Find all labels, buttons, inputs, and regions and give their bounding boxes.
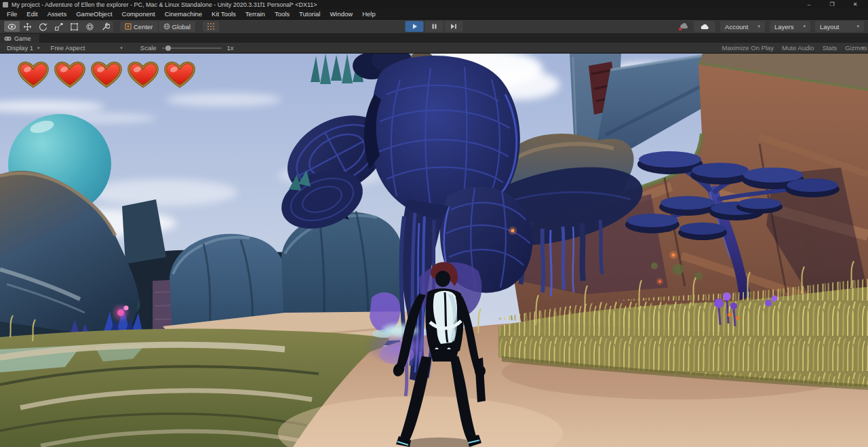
play-icon bbox=[411, 23, 418, 30]
game-scene bbox=[0, 54, 868, 447]
menu-kit-tools[interactable]: Kit Tools bbox=[207, 10, 241, 18]
layout-label: Layout bbox=[820, 23, 840, 31]
menu-terrain[interactable]: Terrain bbox=[241, 10, 270, 18]
health-hearts bbox=[18, 61, 195, 88]
layers-dropdown[interactable]: Layers bbox=[770, 21, 810, 32]
gv-maximize-on-play[interactable]: Maximize On Play bbox=[722, 44, 774, 52]
toolbar-right: Account Layers Layout bbox=[678, 21, 864, 32]
transform-tool-icon bbox=[85, 22, 94, 31]
menu-bar: FileEditAssetsGameObjectComponentCinemac… bbox=[0, 9, 868, 20]
tab-game-label: Game bbox=[14, 35, 31, 42]
version-control-icon[interactable] bbox=[678, 22, 689, 31]
scale-control: Scale 1x bbox=[140, 44, 234, 52]
menu-window[interactable]: Window bbox=[325, 10, 357, 18]
wrench-icon bbox=[101, 22, 110, 31]
custom-tools-button[interactable] bbox=[98, 21, 113, 32]
scale-value: 1x bbox=[227, 44, 234, 52]
account-dropdown[interactable]: Account bbox=[720, 21, 765, 32]
step-icon bbox=[450, 23, 458, 30]
menu-assets[interactable]: Assets bbox=[43, 10, 72, 18]
menu-component[interactable]: Component bbox=[117, 10, 160, 18]
character-head bbox=[435, 271, 450, 287]
menu-edit[interactable]: Edit bbox=[22, 10, 42, 18]
game-view-controls: Display 1 Free Aspect Scale 1x Maximize … bbox=[0, 43, 868, 54]
game-viewport[interactable] bbox=[0, 54, 868, 447]
heart-icon bbox=[164, 61, 195, 88]
step-button[interactable] bbox=[445, 21, 463, 32]
pause-button[interactable] bbox=[425, 21, 443, 32]
transform-tools bbox=[4, 21, 113, 32]
cloud-services-button[interactable] bbox=[694, 21, 715, 32]
view-tool-button[interactable] bbox=[4, 21, 20, 32]
gv-stats[interactable]: Stats bbox=[823, 44, 837, 52]
main-toolbar: Center Global bbox=[0, 20, 868, 34]
aspect-select[interactable]: Free Aspect bbox=[48, 44, 125, 52]
play-button[interactable] bbox=[406, 21, 424, 32]
pause-icon bbox=[431, 23, 437, 30]
view-tab-bar: Game bbox=[0, 34, 868, 43]
minimize-button[interactable]: – bbox=[797, 0, 821, 9]
transform-tool-button[interactable] bbox=[82, 21, 98, 32]
heart-icon bbox=[54, 61, 85, 88]
scale-slider-thumb[interactable] bbox=[165, 45, 171, 51]
playback-controls bbox=[406, 21, 463, 32]
menu-tutorial[interactable]: Tutorial bbox=[294, 10, 325, 18]
grid-snap-button[interactable] bbox=[203, 21, 219, 32]
tab-game[interactable]: Game bbox=[0, 34, 39, 43]
rect-tool-icon bbox=[70, 22, 79, 31]
layers-label: Layers bbox=[774, 23, 794, 31]
menu-cinemachine[interactable]: Cinemachine bbox=[160, 10, 207, 18]
cloud-icon bbox=[700, 23, 710, 30]
pivot-controls: Center Global bbox=[120, 21, 196, 32]
unity-editor-window: My project - Adventure of Ellen the expl… bbox=[0, 0, 868, 447]
display-value: Display 1 bbox=[7, 44, 33, 52]
window-controls: – ❐ ✕ bbox=[797, 0, 867, 9]
heart-icon bbox=[127, 61, 159, 88]
globe-icon bbox=[163, 23, 170, 30]
scale-slider[interactable] bbox=[162, 47, 222, 49]
display-select[interactable]: Display 1 bbox=[4, 44, 43, 52]
grid-snap-icon bbox=[207, 22, 215, 31]
pivot-icon bbox=[125, 23, 132, 30]
orientation-mode-button[interactable]: Global bbox=[159, 21, 196, 32]
unity-logo-icon bbox=[3, 2, 8, 7]
menu-tools[interactable]: Tools bbox=[270, 10, 294, 18]
title-bar: My project - Adventure of Ellen the expl… bbox=[0, 0, 868, 9]
pivot-mode-button[interactable]: Center bbox=[120, 21, 159, 32]
heart-icon bbox=[91, 61, 122, 88]
aspect-value: Free Aspect bbox=[51, 44, 85, 52]
orientation-label: Global bbox=[172, 23, 191, 31]
move-tool-icon bbox=[23, 22, 32, 31]
scale-tool-icon bbox=[54, 22, 63, 31]
menu-gameobject[interactable]: GameObject bbox=[71, 10, 117, 18]
rotate-tool-icon bbox=[39, 22, 47, 31]
layout-dropdown[interactable]: Layout bbox=[815, 21, 864, 32]
move-tool-button[interactable] bbox=[20, 21, 35, 32]
menu-file[interactable]: File bbox=[2, 10, 22, 18]
rotate-tool-button[interactable] bbox=[35, 21, 51, 32]
close-button[interactable]: ✕ bbox=[844, 0, 867, 9]
rect-tool-button[interactable] bbox=[66, 21, 82, 32]
restore-button[interactable]: ❐ bbox=[821, 0, 844, 9]
pivot-label: Center bbox=[134, 23, 153, 31]
heart-icon bbox=[18, 61, 49, 88]
account-label: Account bbox=[725, 23, 748, 31]
game-view-buttons: Maximize On PlayMute AudioStatsGizmos bbox=[722, 44, 867, 52]
gv-mute-audio[interactable]: Mute Audio bbox=[782, 44, 814, 52]
gizmos-dropdown-arrow[interactable]: ▾ bbox=[861, 45, 864, 51]
scale-tool-button[interactable] bbox=[51, 21, 66, 32]
window-title: My project - Adventure of Ellen the expl… bbox=[12, 1, 317, 8]
menu-help[interactable]: Help bbox=[357, 10, 380, 18]
view-tool-icon bbox=[7, 22, 16, 31]
scale-label: Scale bbox=[140, 44, 157, 52]
gamepad-icon bbox=[4, 36, 12, 41]
